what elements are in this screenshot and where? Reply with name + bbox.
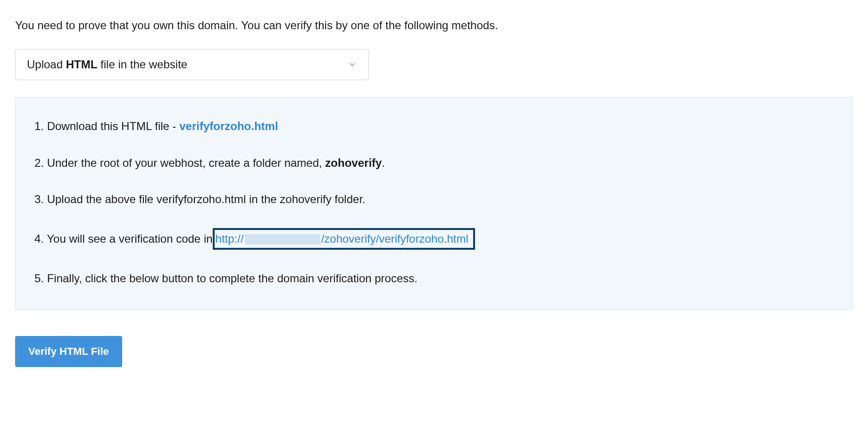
instruction-step-4: 4. You will see a verification code in h… <box>34 228 834 250</box>
dropdown-prefix: Upload <box>27 58 66 71</box>
download-html-link[interactable]: verifyforzoho.html <box>179 120 278 132</box>
instruction-step-5: 5. Finally, click the below button to co… <box>34 270 834 286</box>
instruction-step-3: 3. Upload the above file verifyforzoho.h… <box>34 191 834 207</box>
intro-text: You need to prove that you own this doma… <box>15 19 853 32</box>
dropdown-suffix: file in the website <box>97 58 187 71</box>
instruction-step-2: 2. Under the root of your webhost, creat… <box>34 155 834 171</box>
verification-method-dropdown[interactable]: Upload HTML file in the website <box>15 49 369 80</box>
step2-prefix: 2. Under the root of your webhost, creat… <box>34 156 325 169</box>
verify-html-file-button[interactable]: Verify HTML File <box>15 336 122 367</box>
step1-prefix: 1. Download this HTML file - <box>34 120 179 132</box>
step2-bold: zohoverify <box>325 156 382 169</box>
url-prefix: http:// <box>216 232 244 245</box>
step4-prefix: 4. You will see a verification code in <box>34 232 213 245</box>
chevron-down-icon <box>348 60 357 69</box>
redacted-domain <box>245 234 320 245</box>
dropdown-label: Upload HTML file in the website <box>27 58 187 71</box>
url-suffix: /zohoverify/verifyforzoho.html <box>321 232 468 245</box>
step2-suffix: . <box>382 156 385 169</box>
dropdown-bold: HTML <box>66 58 98 71</box>
instructions-panel: 1. Download this HTML file - verifyforzo… <box>15 97 853 310</box>
instruction-step-1: 1. Download this HTML file - verifyforzo… <box>34 118 834 134</box>
verification-url-link[interactable]: http:///zohoverify/verifyforzoho.html <box>213 228 475 250</box>
